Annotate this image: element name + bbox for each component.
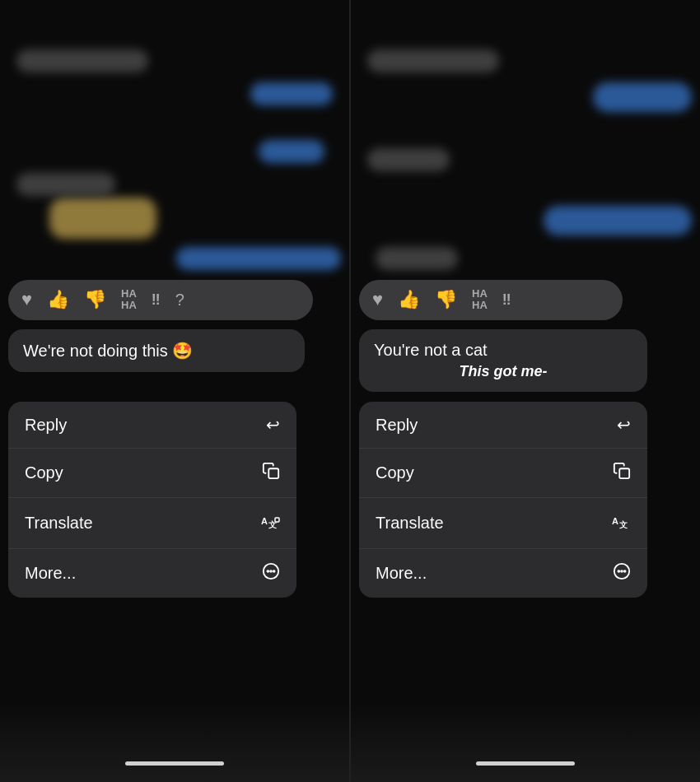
bg-bubble: [367, 49, 499, 72]
svg-point-12: [618, 570, 619, 572]
left-message-bubble: We're not doing this 🤩: [8, 329, 305, 372]
right-panel: ♥ 👍 👎 HAHA ‼ You're not a cat This got m…: [351, 0, 700, 782]
right-message-subtext: This got me-: [374, 363, 632, 380]
heart-icon[interactable]: ♥: [372, 289, 383, 310]
svg-rect-8: [619, 468, 629, 478]
svg-point-5: [267, 570, 268, 572]
copy-label: Copy: [376, 463, 414, 482]
exclaim-icon[interactable]: ‼: [502, 291, 511, 309]
svg-text:A: A: [612, 516, 618, 526]
copy-icon: [262, 462, 280, 484]
haha-icon[interactable]: HAHA: [472, 288, 488, 312]
bg-bubble: [16, 49, 148, 72]
svg-point-14: [624, 570, 626, 572]
bg-bubble: [593, 82, 692, 112]
more-icon: [262, 562, 280, 584]
bg-bubble: [259, 140, 324, 163]
svg-text:文: 文: [619, 520, 628, 529]
thumbsup-icon[interactable]: 👍: [47, 289, 69, 310]
left-background: [0, 0, 349, 782]
heart-icon[interactable]: ♥: [21, 289, 32, 310]
svg-rect-0: [268, 468, 278, 478]
right-message-text: You're not a cat: [374, 341, 488, 359]
thumbsup-icon[interactable]: 👍: [398, 289, 420, 310]
bg-bubble: [376, 247, 458, 270]
svg-point-7: [273, 570, 275, 572]
left-panel: ♥ 👍 👎 HAHA ‼ ? We're not doing this 🤩 Re…: [0, 0, 351, 782]
svg-text:A: A: [261, 516, 268, 526]
svg-point-13: [621, 570, 623, 572]
left-bottom-bar: [0, 700, 349, 782]
more-label: More...: [376, 564, 427, 583]
bg-bubble: [544, 206, 692, 235]
thumbsdown-icon[interactable]: 👎: [84, 289, 106, 310]
more-menu-item[interactable]: More...: [359, 549, 647, 598]
exclaim-icon[interactable]: ‼: [152, 291, 161, 309]
reply-menu-item[interactable]: Reply ↩: [359, 402, 647, 449]
right-message-bubble: You're not a cat This got me-: [359, 329, 647, 392]
svg-rect-3: [275, 518, 279, 522]
copy-icon: [613, 462, 631, 484]
bg-bubble: [49, 198, 156, 239]
left-home-indicator: [125, 761, 224, 766]
right-home-indicator: [476, 761, 575, 766]
reply-label: Reply: [25, 416, 67, 435]
translate-icon: A 文: [611, 511, 631, 535]
question-icon[interactable]: ?: [175, 291, 184, 310]
translate-icon: A 文: [260, 511, 280, 535]
translate-menu-item[interactable]: Translate A 文: [359, 498, 647, 549]
more-icon: [613, 562, 631, 584]
translate-label: Translate: [376, 514, 444, 533]
bg-bubble: [176, 247, 341, 270]
svg-point-6: [270, 570, 272, 572]
reply-icon: ↩: [266, 415, 280, 435]
haha-icon[interactable]: HAHA: [121, 288, 137, 312]
left-context-menu: Reply ↩ Copy Translate A 文 Mo: [8, 402, 296, 598]
bg-bubble: [16, 173, 115, 196]
more-label: More...: [25, 564, 76, 583]
reply-icon: ↩: [617, 415, 631, 435]
reply-menu-item[interactable]: Reply ↩: [8, 402, 296, 449]
translate-menu-item[interactable]: Translate A 文: [8, 498, 296, 549]
right-reaction-bar: ♥ 👍 👎 HAHA ‼: [359, 280, 623, 320]
translate-label: Translate: [25, 514, 93, 533]
thumbsdown-icon[interactable]: 👎: [435, 289, 457, 310]
more-menu-item[interactable]: More...: [8, 549, 296, 598]
copy-menu-item[interactable]: Copy: [359, 449, 647, 498]
left-message-text: We're not doing this 🤩: [23, 342, 193, 360]
bg-bubble: [367, 148, 450, 171]
copy-menu-item[interactable]: Copy: [8, 449, 296, 498]
reply-label: Reply: [376, 416, 418, 435]
right-bottom-bar: [351, 700, 700, 782]
bg-bubble: [250, 82, 333, 105]
left-reaction-bar: ♥ 👍 👎 HAHA ‼ ?: [8, 280, 313, 320]
copy-label: Copy: [25, 463, 63, 482]
right-context-menu: Reply ↩ Copy Translate A 文 More...: [359, 402, 647, 598]
